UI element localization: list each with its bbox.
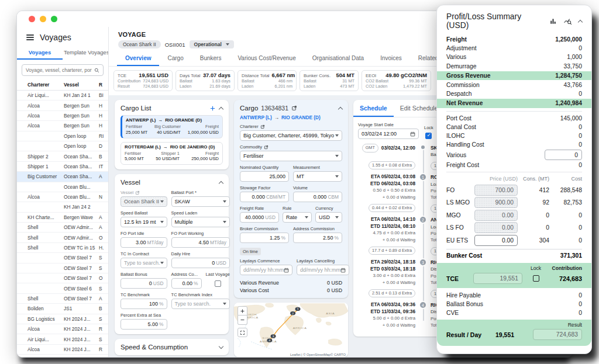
voyage-list-row[interactable]: AlcoaBergen SunH <box>17 121 108 131</box>
sidebar-tab-voyages[interactable]: Voyages <box>17 46 63 60</box>
voyage-list-row[interactable]: ShellOEW Steel 7A <box>17 294 108 304</box>
collapse-icon[interactable] <box>578 19 583 24</box>
voyage-list-row[interactable]: AlcoaKH 2024 J...R <box>17 324 108 334</box>
calendar-icon[interactable] <box>284 268 289 273</box>
trend-analysis-icon[interactable] <box>563 18 572 25</box>
voyage-list-row[interactable]: AlcoaOcean Blu...N <box>17 192 108 202</box>
daily-hire-field[interactable]: 0USD <box>171 258 230 268</box>
laydays-commence-field[interactable]: dd/mm/yy hh:mm <box>240 265 292 275</box>
cargo-list-item[interactable]: ANTWERP (L)→RIO GRANDE (D)Fertiliser25,0… <box>121 115 223 138</box>
map-marker-2[interactable]: 2 <box>292 312 294 314</box>
chevron-down-icon[interactable] <box>219 344 223 349</box>
collapse-icon[interactable] <box>219 106 223 111</box>
cargo-list-item[interactable]: ROTTERDAM (L)→RIO DE JANEIRO (D)Fertilis… <box>121 142 223 165</box>
bar-chart-icon[interactable] <box>549 18 557 25</box>
voyage-list-row[interactable]: OEW Steel 6S <box>17 283 108 293</box>
voyage-list-row[interactable]: OEW Steel 7O <box>17 273 108 283</box>
add-cargo-icon[interactable] <box>209 105 216 112</box>
close-window-icon[interactable] <box>29 16 35 22</box>
map-marker-4[interactable]: 4 <box>268 339 270 342</box>
charterer-select[interactable]: Big Customer, Charterer, 45999, Tokyo <box>240 130 342 141</box>
tc-in-contract-select[interactable]: Type to search. <box>121 258 167 268</box>
tab-cargo[interactable]: Cargo <box>159 51 191 66</box>
broker-commission-field[interactable]: 1.25% <box>240 233 289 243</box>
calendar-icon[interactable] <box>410 131 415 137</box>
voyage-start-date-field[interactable]: 03/02/24 12:00 <box>358 129 419 139</box>
pl-various-input[interactable]: 0 <box>545 150 582 160</box>
fo-port-idle-field[interactable]: 3.00MT/day <box>121 237 167 248</box>
minimize-window-icon[interactable] <box>40 16 46 22</box>
tc-benchmark-field[interactable]: 100% <box>121 299 167 309</box>
voyage-list-row[interactable]: ShellOEW Admir...A <box>17 223 108 233</box>
voyage-list-row[interactable]: KH Jan 24 2 <box>17 202 108 212</box>
rule-select[interactable]: Rate <box>283 212 312 223</box>
measurement-select[interactable]: MT <box>293 171 342 182</box>
schedule-tab-schedule[interactable]: Schedule <box>353 100 394 117</box>
map-zoom-in-button[interactable] <box>237 306 247 316</box>
tce-lock-checkbox[interactable] <box>533 275 539 282</box>
bunker-price-input[interactable]: 0.00 <box>474 235 518 246</box>
collapse-icon[interactable] <box>338 106 343 111</box>
voyage-list-row[interactable]: Air Liqui...KH 2024 J...S <box>17 334 108 344</box>
speed-laden-select[interactable]: Multiple <box>171 217 230 227</box>
sidebar-tab-template-voyages[interactable]: Template Voyages <box>63 46 108 60</box>
schedule-lock-checkbox[interactable] <box>425 133 432 139</box>
map-marker-1[interactable]: 1 <box>297 308 298 310</box>
tab-organisational-data[interactable]: Organisational Data <box>304 51 372 66</box>
voyage-list-row[interactable]: Shipper 2Ocean Sha...B <box>17 151 108 161</box>
voyage-list-row[interactable]: AlcoaKH 2024 J...R <box>17 345 108 355</box>
map-fullscreen-button[interactable] <box>237 328 247 337</box>
commodity-select[interactable]: Fertiliser <box>240 151 342 161</box>
freight-rate-field[interactable]: 40.0000USD <box>240 212 279 223</box>
tab-bunkers[interactable]: Bunkers <box>192 51 230 66</box>
external-link-icon[interactable] <box>260 124 265 129</box>
tab-various-cost-revenue[interactable]: Various Cost/Revenue <box>229 51 304 66</box>
volume-field[interactable]: 0.000CBM <box>293 192 342 202</box>
voyage-list-row[interactable]: KH Charte...Bergen WaveA <box>17 213 108 223</box>
map-marker-3[interactable]: 3 <box>272 335 274 338</box>
laydays-cancelling-field[interactable]: dd/mm/yy hh:mm <box>297 265 349 275</box>
stowage-factor-field[interactable]: 0.000CBM/MT <box>240 192 289 202</box>
voyage-list-row[interactable]: Open loopRI <box>17 131 108 141</box>
voyage-list-row[interactable]: Shipper 1Ocean Sha...IT <box>17 162 108 172</box>
currency-select[interactable]: USD <box>315 212 342 223</box>
ballast-bonus-field[interactable]: 0USD <box>121 278 167 289</box>
discharge-port-link[interactable]: RIO GRANDE (D) <box>281 115 321 120</box>
tce-input[interactable]: 19,551 <box>473 273 522 284</box>
address-commission-field[interactable]: 0.00% <box>171 278 202 289</box>
route-map[interactable]: NORTH AMERICA SOUTH AMERICA AFRICA ASIA … <box>234 303 348 357</box>
result-input[interactable]: 724,683 <box>533 329 582 340</box>
tc-benchmark-index-select[interactable]: Type to search. <box>171 299 230 309</box>
voyage-list-row[interactable]: Open loopD <box>17 141 108 151</box>
percent-extra-field[interactable]: 5.00% <box>121 319 167 330</box>
calendar-icon[interactable] <box>340 268 346 273</box>
vessel-select[interactable]: Ocean Shark II <box>121 196 167 207</box>
zoom-window-icon[interactable] <box>51 16 57 22</box>
tab-invoices[interactable]: Invoices <box>372 51 410 66</box>
map-attribution[interactable]: Leaflet | © OpenStreetMap© CARTO <box>289 353 347 356</box>
collapse-icon[interactable] <box>219 181 223 185</box>
status-dropdown[interactable]: Operational <box>190 40 234 48</box>
voyage-list-row[interactable]: ShellOEW Admir...O <box>17 233 108 242</box>
speed-ballast-select[interactable]: 12.5 kn 19 mt <box>121 217 167 227</box>
voyage-list-row[interactable]: AlcoaBergen SunH <box>17 100 108 110</box>
hamburger-menu-icon[interactable] <box>26 34 34 40</box>
voyage-list-row[interactable]: AlcoaBergen SunH <box>17 111 108 121</box>
voyage-list-row[interactable]: BolidenJS1B <box>17 304 108 314</box>
voyage-list-row[interactable]: BG LogisticsKH 2024 J...S <box>17 314 108 324</box>
external-link-icon[interactable] <box>135 190 140 195</box>
voyage-search-input[interactable] <box>26 67 92 73</box>
external-link-icon[interactable] <box>291 105 297 111</box>
voyage-search-box[interactable] <box>22 64 104 76</box>
voyage-list-row[interactable]: ShellOEW TC in 15H. <box>17 243 108 253</box>
tab-overview[interactable]: Overview <box>117 51 159 66</box>
voyage-list-row[interactable]: OEW Steel 7S <box>17 264 108 273</box>
fo-port-working-field[interactable]: 4.50MT/day <box>171 237 230 248</box>
voyage-list-row[interactable]: OEW Steel 7S <box>17 253 108 263</box>
load-port-link[interactable]: ANTWERP (L) <box>240 115 272 120</box>
speed-consumption-panel[interactable]: Speed & Consumption <box>115 339 229 355</box>
voyage-list-row[interactable]: Air Liqui...KH Jan 24 1BI <box>17 91 108 100</box>
voyage-list-row[interactable]: Big CustomerOcean Sha...A <box>17 172 108 182</box>
map-zoom-out-button[interactable] <box>237 316 247 325</box>
voyage-list-row[interactable]: Ocean Blu... <box>17 182 108 192</box>
